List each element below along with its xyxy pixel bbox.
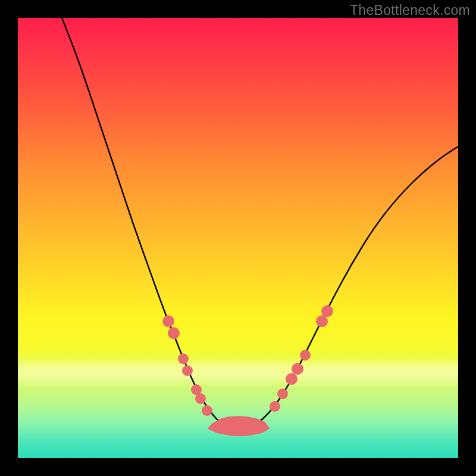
bottleneck-curve-plot <box>18 18 458 458</box>
right-dot-4 <box>300 350 311 361</box>
right-dot-3 <box>292 363 303 375</box>
right-dot-6 <box>321 305 333 317</box>
left-dot-2 <box>178 353 189 364</box>
bottleneck-curve <box>60 12 470 428</box>
right-dot-0 <box>270 401 280 412</box>
left-markers <box>162 315 212 416</box>
right-dot-5 <box>316 315 328 327</box>
left-dot-5 <box>195 393 206 404</box>
left-dot-0 <box>162 315 174 327</box>
chart-frame: TheBottleneck.com <box>0 0 476 476</box>
left-dot-3 <box>182 365 193 376</box>
watermark-text: TheBottleneck.com <box>350 2 470 18</box>
right-dot-2 <box>286 373 298 385</box>
left-dot-6 <box>202 405 212 416</box>
right-markers <box>270 305 333 412</box>
right-dot-1 <box>277 389 288 399</box>
left-dot-1 <box>168 327 180 339</box>
